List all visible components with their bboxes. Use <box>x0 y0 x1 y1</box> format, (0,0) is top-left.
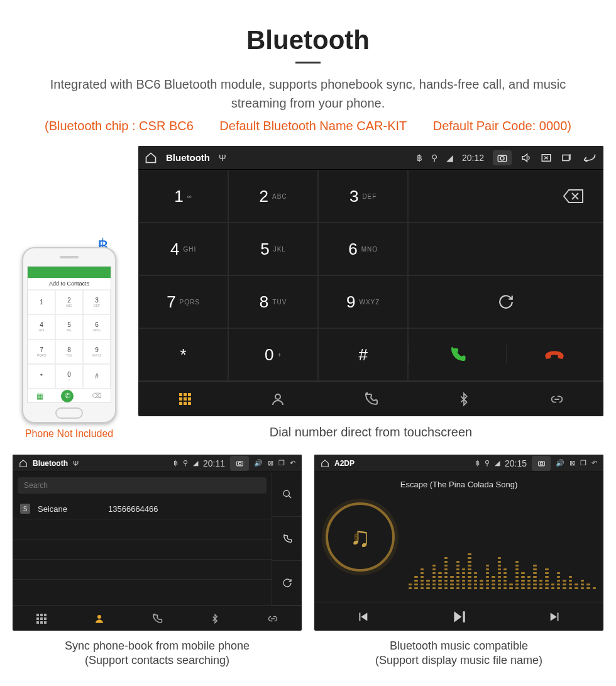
description-text: Integrated with BC6 Bluetooth module, su… <box>31 75 585 113</box>
phone-key: * <box>28 364 55 389</box>
close-icon[interactable] <box>541 152 552 163</box>
album-art: ♫฿ <box>326 502 395 572</box>
recents-icon[interactable]: ❐ <box>580 459 586 467</box>
dialer-key-#[interactable]: # <box>318 328 408 381</box>
music-note-icon: ♫฿ <box>350 521 371 553</box>
tab-contacts[interactable] <box>231 382 324 416</box>
phone-key: 2ABC <box>55 290 83 314</box>
dialer-key-5[interactable]: 5JKL <box>228 223 318 275</box>
hangup-button[interactable] <box>506 345 603 364</box>
phone-key: 8TUV <box>55 340 83 364</box>
phonebook-caption-2: (Support contacts searching) <box>13 654 302 667</box>
volume-icon[interactable]: 🔊 <box>254 459 263 467</box>
backspace-button[interactable] <box>408 170 603 223</box>
prev-button[interactable] <box>314 602 410 631</box>
dialer-key-2[interactable]: 2ABC <box>228 170 318 223</box>
phone-bottom-bar: ▦ ✆ ⌫ <box>28 389 111 402</box>
dialer-key-7[interactable]: 7PQRS <box>138 275 228 328</box>
contact-row-empty <box>13 560 272 580</box>
tab-pair[interactable] <box>244 606 302 631</box>
spec-code: Default Pair Code: 0000) <box>433 119 571 133</box>
redial-button[interactable] <box>408 275 603 328</box>
dialer-key-0[interactable]: 0+ <box>228 328 318 381</box>
side-search-button[interactable] <box>272 472 302 517</box>
page-title: Bluetooth <box>13 25 603 55</box>
next-button[interactable] <box>507 602 603 631</box>
contact-number: 13566664466 <box>108 504 158 514</box>
specs-line: (Bluetooth chip : CSR BC6 Default Blueto… <box>13 119 603 133</box>
back-icon[interactable]: ↶ <box>591 459 597 467</box>
dialer-key-3[interactable]: 3DEF <box>318 170 408 223</box>
recents-icon[interactable]: ❐ <box>278 459 285 467</box>
camera-icon[interactable] <box>532 456 551 471</box>
statusbar-title: A2DP <box>334 459 355 468</box>
phone-key: 4GHI <box>28 314 55 339</box>
close-icon[interactable]: ⊠ <box>268 459 273 467</box>
close-icon[interactable]: ⊠ <box>569 459 575 467</box>
home-icon[interactable] <box>19 459 28 468</box>
bluetooth-badge-icon: ฿ <box>354 531 360 541</box>
dialer-key-4[interactable]: 4GHI <box>138 223 228 275</box>
music-caption-1: Bluetooth music compatible <box>314 639 603 653</box>
tab-keypad[interactable] <box>138 382 231 416</box>
add-contacts-label: Add to Contacts <box>28 278 111 290</box>
dialer-key-*[interactable]: * <box>138 328 228 381</box>
dialer-key-1[interactable]: 1∞ <box>138 170 228 223</box>
dialer-screen: Bluetooth Ψ ฿ ⚲ ◢ 20:12 1∞2ABC3DEF4GHI5J… <box>138 146 603 416</box>
play-pause-button[interactable] <box>410 602 507 631</box>
phone-key: 0+ <box>55 364 83 389</box>
call-button[interactable] <box>409 345 505 364</box>
svg-point-9 <box>97 615 101 619</box>
music-caption-2: (Support display music file name) <box>314 654 603 667</box>
phone-key: 3DEF <box>83 290 111 314</box>
tab-recents[interactable] <box>128 606 186 631</box>
wifi-icon: ◢ <box>446 153 453 163</box>
tab-bluetooth[interactable] <box>417 382 510 416</box>
camera-icon[interactable] <box>230 456 249 471</box>
keypad-icon: ▦ <box>36 392 43 401</box>
tab-bluetooth[interactable] <box>186 606 244 631</box>
tab-pair[interactable] <box>510 382 603 416</box>
contact-badge: S <box>20 504 30 514</box>
tab-keypad[interactable] <box>13 606 70 631</box>
svg-point-2 <box>500 156 504 160</box>
wifi-icon: ◢ <box>495 459 500 467</box>
dialer-key-6[interactable]: 6MNO <box>318 223 408 275</box>
track-title: Escape (The Pina Colada Song) <box>314 480 603 489</box>
contact-row-empty <box>13 519 272 539</box>
spec-name: Default Bluetooth Name CAR-KIT <box>219 119 407 133</box>
tab-recents[interactable] <box>324 382 417 416</box>
dialer-key-9[interactable]: 9WXYZ <box>318 275 408 328</box>
contact-name: Seicane <box>38 504 101 514</box>
delete-icon: ⌫ <box>92 392 102 400</box>
side-sync-button[interactable] <box>272 561 302 606</box>
contact-row[interactable]: S Seicane 13566664466 <box>13 499 272 519</box>
title-underline <box>295 62 321 64</box>
back-icon[interactable]: ↶ <box>290 459 295 467</box>
volume-icon[interactable]: 🔊 <box>556 459 564 467</box>
usb-icon: Ψ <box>219 153 226 163</box>
phone-key: # <box>83 364 111 389</box>
svg-point-8 <box>283 490 289 496</box>
search-input[interactable]: Search <box>18 477 267 494</box>
bluetooth-icon: ฿ <box>475 459 480 467</box>
usb-icon: Ψ <box>73 460 79 467</box>
tab-contacts[interactable] <box>70 606 128 631</box>
phone-topbar <box>28 267 111 278</box>
home-icon[interactable] <box>145 152 157 164</box>
clock: 20:11 <box>203 458 225 468</box>
phone-key: 1 <box>28 290 55 314</box>
dialer-key-8[interactable]: 8TUV <box>228 275 318 328</box>
camera-icon[interactable] <box>493 150 512 165</box>
empty-cell <box>408 223 603 275</box>
volume-icon[interactable] <box>520 152 532 163</box>
clock: 20:15 <box>505 458 527 468</box>
recents-icon[interactable] <box>561 152 572 163</box>
home-icon[interactable] <box>321 459 329 468</box>
side-call-button[interactable] <box>272 517 302 562</box>
back-icon[interactable] <box>581 152 597 163</box>
location-icon: ⚲ <box>485 459 490 467</box>
dialer-caption: Dial number direct from touchscreen <box>138 425 603 440</box>
music-screen: A2DP ฿ ⚲ ◢ 20:15 🔊 ⊠ ❐ ↶ Escape (The Pin… <box>314 455 603 631</box>
phonebook-screen: Bluetooth Ψ ฿ ⚲ ◢ 20:11 🔊 ⊠ ❐ ↶ Search <box>13 455 302 631</box>
